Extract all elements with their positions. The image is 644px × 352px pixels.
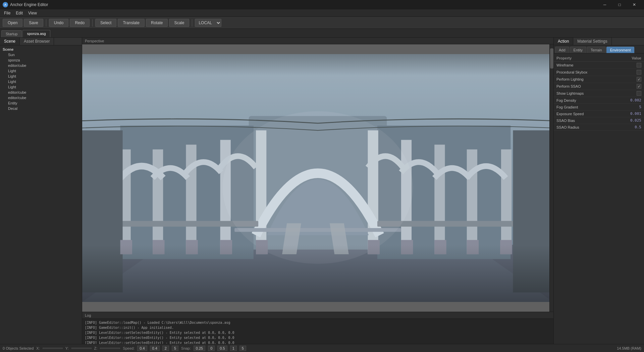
prop-row-5: Fog Density0.002 [554,97,644,104]
toolbar-separator-2 [92,19,93,27]
viewport-scrollbar[interactable] [549,44,553,312]
subtab-environment[interactable]: Environment [606,47,635,53]
tree-item-5[interactable]: Light [0,74,82,79]
snap-btn-05[interactable]: 0.5 [217,346,227,351]
open-button[interactable]: Open [3,19,22,27]
minimize-button[interactable]: ─ [598,0,612,9]
menu-view[interactable]: View [25,10,40,16]
tab-action[interactable]: Action [554,38,573,45]
menu-file[interactable]: File [1,10,13,16]
prop-value-1[interactable] [614,70,641,75]
prop-value-7: 0.001 [614,112,641,116]
z-label: Z: [94,346,98,350]
snap-btn-0[interactable]: 0 [208,346,215,351]
prop-checkbox-4[interactable] [637,91,641,96]
prop-checkbox-3[interactable]: ✓ [637,84,641,89]
center-panel: Perspective [82,38,553,352]
y-label: Y: [65,346,69,350]
redo-button[interactable]: Redo [70,19,90,27]
prop-name-1: Procedural Skybox [556,70,614,74]
prop-checkbox-2[interactable]: ✓ [637,77,641,82]
tree-item-3[interactable]: editor/cube [0,63,82,68]
prop-name-4: Show Lightmaps [556,91,614,95]
snap-label: Snap: [181,346,191,350]
viewport[interactable] [82,44,553,312]
x-label: X: [36,346,40,350]
subtab-add[interactable]: Add [555,47,569,53]
properties-table: Property Value WireframeProcedural Skybo… [554,53,644,352]
speed-btn-04a[interactable]: 0.4 [137,346,147,351]
tree-item-8[interactable]: editor/cube [0,90,82,95]
log-header: Log [82,312,553,319]
undo-button[interactable]: Undo [49,19,69,27]
select-button[interactable]: Select [95,19,116,27]
translate-button[interactable]: Translate [118,19,145,27]
speed-btn-2[interactable]: 2 [162,346,169,351]
viewport-scrollbar-thumb[interactable] [550,48,553,69]
prop-row-3: Perform SSAO✓ [554,83,644,90]
prop-checkbox-1[interactable] [637,70,641,75]
prop-value-0[interactable] [614,63,641,68]
prop-row-2: Perform Lighting✓ [554,76,644,83]
prop-row-0: Wireframe [554,62,644,69]
tree-item-2[interactable]: sponza [0,57,82,63]
speed-btn-5[interactable]: 5 [172,346,178,351]
header-value: Value [614,56,641,60]
svg-rect-37 [82,245,553,302]
transform-mode-select[interactable]: LOCAL WORLD [195,19,221,27]
close-button[interactable]: ✕ [627,0,641,9]
tree-item-11[interactable]: Decal [0,106,82,111]
prop-name-0: Wireframe [556,63,614,67]
action-subtabs: Add Entity Terrain Environment [554,45,644,53]
ram-info: 14.5MB (RAM) [617,346,641,350]
tab-file[interactable]: sponza.asg [22,30,50,37]
scale-button[interactable]: Scale [169,19,189,27]
title-text: Anchor Engine Editor [10,2,48,7]
tree-item-1[interactable]: Sun [0,52,82,57]
subtab-entity[interactable]: Entity [570,47,587,53]
y-value[interactable] [71,348,92,349]
scene-tab-scene[interactable]: Scene [0,38,20,45]
tab-startup[interactable]: Startup [1,30,22,37]
x-value[interactable] [43,348,63,349]
speed-btn-04b[interactable]: 0.4 [150,346,160,351]
tree-item-9[interactable]: editor/cube [0,95,82,100]
rotate-button[interactable]: Rotate [146,19,168,27]
prop-name-7: Exposure Speed [556,112,614,116]
prop-value-8: 0.025 [614,118,641,123]
tree-item-4[interactable]: Light [0,68,82,74]
prop-row-8: SSAO Bias0.025 [554,117,644,124]
prop-name-8: SSAO Bias [556,119,614,123]
prop-value-2[interactable]: ✓ [614,77,641,82]
tree-item-0[interactable]: Scene [0,47,82,52]
right-panel-tabs: Action Material Settings [554,38,644,45]
menu-edit[interactable]: Edit [13,10,25,16]
tabs-row: Startup sponza.asg [0,29,644,38]
status-bar: 0 Objects Selected X: Y: Z: Speed: 0.4 0… [0,344,644,352]
right-panel: Action Material Settings Add Entity Terr… [553,38,644,352]
tree-item-10[interactable]: Entity [0,100,82,106]
snap-btn-1[interactable]: 1 [230,346,237,351]
snap-btn-5[interactable]: 5 [239,346,246,351]
z-value[interactable] [100,348,120,349]
tab-material-settings[interactable]: Material Settings [573,38,611,45]
subtab-terrain[interactable]: Terrain [587,47,606,53]
header-property: Property [556,56,614,60]
prop-value-3[interactable]: ✓ [614,84,641,89]
tree-item-7[interactable]: Light [0,84,82,90]
tree-item-6[interactable]: Light [0,79,82,84]
app-icon: A [3,2,8,7]
save-button[interactable]: Save [24,19,43,27]
prop-value-5: 0.002 [614,98,641,102]
snap-btn-025[interactable]: 0.25 [194,346,205,351]
log-label: Log [85,313,91,317]
main-layout: Scene Asset Browser SceneSunsponzaeditor… [0,38,644,352]
prop-value-4[interactable] [614,91,641,96]
maximize-button[interactable]: □ [612,0,627,9]
prop-checkbox-0[interactable] [637,63,641,68]
viewport-header: Perspective [82,38,553,44]
scene-tab-asset-browser[interactable]: Asset Browser [20,38,54,45]
prop-row-1: Procedural Skybox [554,69,644,76]
prop-row-9: SSAO Radius0.5 [554,124,644,131]
properties-header: Property Value [554,55,644,62]
